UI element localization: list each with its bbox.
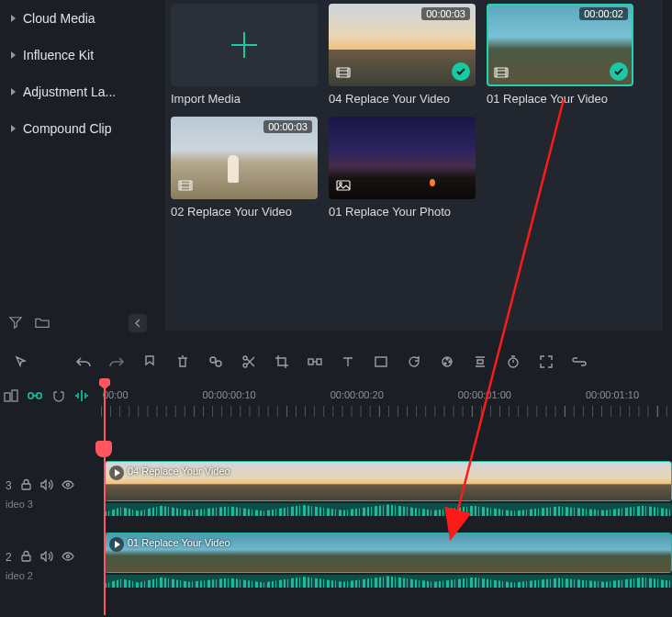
ruler-label: 00:00:01:00 [458,389,511,400]
svg-point-15 [444,363,446,365]
media-card[interactable]: 00:00:03 04 Replace Your Video [329,4,476,106]
timeline-ruler[interactable]: 00:00 00:00:00:10 00:00:00:20 00:00:01:0… [101,384,672,417]
snap-icon[interactable] [51,389,66,405]
sidebar-item-label: Adjustment La... [23,84,116,99]
media-thumb[interactable]: 00:00:03 [329,4,476,86]
text-icon[interactable] [340,353,356,370]
timer-icon[interactable] [505,353,521,370]
caret-right-icon [11,51,16,59]
media-card[interactable]: 00:00:02 01 Replace Your Video [487,4,633,106]
timeline-mode-buttons [0,389,88,405]
caret-right-icon [11,88,16,95]
track-number: 2 [6,551,12,565]
video-icon [176,177,195,194]
sidebar-item-compound-clip[interactable]: Compound Clip [0,110,156,147]
auto-ripple-icon[interactable] [75,389,88,405]
media-card[interactable]: 00:00:03 02 Replace Your Video [171,117,318,219]
svg-point-22 [66,483,69,486]
timeline-clip[interactable]: 04 Replace Your Video [105,461,672,501]
video-icon [492,64,510,81]
timeline-tracks: 3 ideo 3 04 Replace Your Video 2 ideo [0,459,672,600]
svg-rect-23 [22,555,30,561]
adjust-icon[interactable] [207,353,224,370]
import-media-card[interactable]: Import Media [171,4,318,106]
svg-rect-20 [37,393,41,398]
timeline-header: 00:00 00:00:00:10 00:00:00:20 00:00:01:0… [0,384,672,417]
sidebar-item-label: Influence Kit [23,48,94,62]
sidebar-item-label: Compound Clip [23,121,112,136]
check-badge-icon [452,62,470,81]
photo-icon [334,177,353,194]
track-header: 3 ideo 3 [0,459,92,529]
mute-icon[interactable] [40,551,52,565]
link-icon[interactable] [571,353,588,370]
ruler-ticks [101,406,672,417]
speed-icon[interactable] [307,353,323,370]
svg-point-7 [243,356,247,360]
plus-icon [243,32,245,58]
card-label: 04 Replace Your Video [329,92,476,106]
svg-rect-18 [12,390,17,401]
clip-label: 01 Replace Your Video [128,537,230,548]
playhead[interactable] [104,380,106,615]
svg-point-6 [216,361,221,366]
sidebar-item-influence-kit[interactable]: Influence Kit [0,37,156,73]
import-media-thumb[interactable] [171,4,318,86]
pointer-tool-icon[interactable] [13,353,29,370]
rotate-icon[interactable] [406,353,422,370]
split-icon[interactable] [241,353,257,370]
redo-icon[interactable] [108,353,125,370]
align-icon[interactable] [472,353,488,370]
svg-rect-9 [308,359,313,365]
svg-point-8 [243,364,247,367]
media-thumb[interactable]: 00:00:02 [487,4,633,86]
timeline-clip[interactable]: 01 Replace Your Video [105,533,672,573]
undo-icon[interactable] [75,353,92,370]
svg-rect-21 [22,484,30,489]
sidebar-item-adjustment-layer[interactable]: Adjustment La... [0,73,156,110]
lock-icon[interactable] [21,551,31,565]
sidebar-item-label: Cloud Media [23,11,95,26]
mute-icon[interactable] [40,479,52,493]
media-thumb[interactable] [329,117,476,199]
svg-point-5 [210,357,216,363]
marker-icon[interactable] [141,353,158,370]
media-thumb[interactable]: 00:00:03 [171,117,318,199]
clip-audio-waveform[interactable] [105,503,672,516]
expand-icon[interactable] [538,353,554,370]
crop-icon[interactable] [274,353,290,370]
sidebar-footer [9,314,147,332]
frame-icon[interactable] [373,353,389,370]
ruler-label: 00:00:00:20 [330,389,384,400]
ruler-label: 00:00:00:10 [203,389,256,400]
caret-right-icon [11,125,16,132]
filter-icon[interactable] [9,316,22,331]
collapse-sidebar-button[interactable] [129,314,147,332]
delete-icon[interactable] [174,353,191,370]
svg-rect-10 [317,359,321,365]
card-label: 01 Replace Your Photo [329,205,476,219]
visibility-icon[interactable] [62,479,74,493]
svg-point-4 [340,183,342,185]
svg-rect-17 [5,393,10,401]
ruler-label: 00:00:01:10 [586,389,639,400]
track-row: 3 ideo 3 04 Replace Your Video [0,459,672,529]
clip-audio-waveform[interactable] [105,575,672,588]
track-name: ideo 2 [6,570,92,581]
media-sidebar: Cloud Media Influence Kit Adjustment La.… [0,0,156,340]
sidebar-item-cloud-media[interactable]: Cloud Media [0,0,156,37]
track-number: 3 [6,479,12,493]
caret-right-icon [11,15,16,22]
track-mixer-icon[interactable] [4,389,18,405]
clip-label: 04 Replace Your Video [128,466,230,477]
svg-point-13 [446,358,448,360]
new-folder-icon[interactable] [35,316,50,331]
card-label: 02 Replace Your Video [171,205,318,219]
lock-icon[interactable] [21,479,31,493]
media-card[interactable]: 01 Replace Your Photo [329,117,476,219]
color-icon[interactable] [439,353,455,370]
duration-badge: 00:00:03 [263,120,312,133]
track-name: ideo 3 [6,499,92,510]
visibility-icon[interactable] [62,551,74,565]
link-tracks-icon[interactable] [28,390,42,404]
